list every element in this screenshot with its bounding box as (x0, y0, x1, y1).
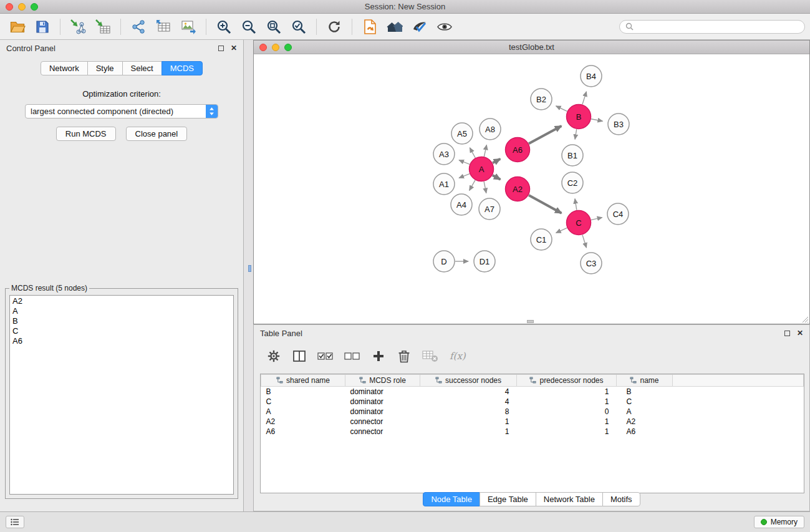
edge-A-A3[interactable] (459, 160, 470, 165)
column-header-shared-name[interactable]: shared name (261, 375, 345, 387)
edge-C-C2[interactable] (575, 199, 577, 210)
cell-successor-nodes[interactable]: 4 (420, 397, 517, 407)
edge-A-A1[interactable] (459, 174, 470, 178)
tab-style[interactable]: Style (87, 61, 123, 75)
node-A[interactable]: A (470, 157, 494, 181)
column-selector-button[interactable] (292, 347, 307, 365)
node-A8[interactable]: A8 (480, 118, 501, 140)
tab-motifs[interactable]: Motifs (602, 492, 640, 506)
deselect-all-button[interactable] (344, 347, 360, 365)
function-builder-button[interactable]: f(x) (449, 347, 470, 365)
cell-shared-name[interactable]: B (261, 387, 345, 397)
node-B3[interactable]: B3 (608, 114, 629, 135)
refresh-button[interactable] (322, 16, 347, 37)
add-row-button[interactable] (371, 347, 386, 365)
node-A5[interactable]: A5 (451, 123, 473, 144)
node-A3[interactable]: A3 (433, 143, 455, 165)
home-button[interactable] (382, 16, 407, 37)
select-all-button[interactable] (317, 347, 334, 365)
cell-name[interactable]: A2 (617, 417, 673, 427)
node-B[interactable]: B (567, 105, 591, 129)
close-panel-icon[interactable]: ✕ (231, 44, 237, 52)
table-row[interactable]: A2connector11A2 (261, 417, 804, 427)
table-row[interactable]: A6connector11A6 (261, 427, 804, 437)
edge-C-C1[interactable] (556, 228, 567, 233)
settings-gear-button[interactable] (266, 347, 281, 365)
save-session-button[interactable] (30, 16, 55, 37)
node-C1[interactable]: C1 (531, 229, 552, 250)
zoom-network-window-button[interactable] (284, 44, 292, 51)
show-panel-menu-button[interactable] (6, 516, 24, 528)
node-A1[interactable]: A1 (433, 173, 455, 195)
edge-B-B1[interactable] (575, 129, 577, 139)
edge-A-A2[interactable] (493, 175, 501, 180)
close-table-panel-icon[interactable]: ✕ (797, 329, 803, 337)
edge-B-B4[interactable] (582, 92, 586, 105)
node-B1[interactable]: B1 (562, 145, 583, 166)
float-panel-icon[interactable] (218, 46, 224, 51)
cell-predecessor-nodes[interactable]: 1 (517, 417, 617, 427)
tab-mcds[interactable]: MCDS (162, 61, 203, 75)
horizontal-splitter-handle[interactable] (527, 320, 534, 323)
edge-A-A6[interactable] (493, 159, 500, 163)
zoom-fit-button[interactable] (261, 16, 286, 37)
edge-A6-B[interactable] (529, 126, 561, 143)
column-header-successor-nodes[interactable]: successor nodes (420, 375, 517, 387)
cell-shared-name[interactable]: A (261, 407, 345, 417)
network-canvas[interactable]: B4B2BB3A5A8A6B1A3AA1C2A2A4A7C4CC1C3DD1 (254, 55, 809, 324)
node-D[interactable]: D (433, 251, 455, 272)
search-field[interactable] (619, 20, 805, 34)
cell-successor-nodes[interactable]: 1 (420, 427, 517, 437)
validate-button[interactable] (407, 16, 432, 37)
tab-edge-table[interactable]: Edge Table (480, 492, 536, 506)
cell-successor-nodes[interactable]: 1 (420, 417, 517, 427)
node-C2[interactable]: C2 (562, 172, 583, 193)
cell-shared-name[interactable]: A2 (261, 417, 345, 427)
node-A7[interactable]: A7 (479, 198, 500, 220)
memory-button[interactable]: Memory (754, 516, 804, 528)
edge-A-A4[interactable] (470, 180, 475, 190)
run-mcds-button[interactable]: Run MCDS (56, 127, 116, 141)
delete-table-button[interactable] (422, 347, 438, 365)
node-C3[interactable]: C3 (581, 253, 602, 274)
node-C4[interactable]: C4 (607, 203, 629, 225)
zoom-window-button[interactable] (31, 3, 38, 11)
cell-predecessor-nodes[interactable]: 0 (517, 407, 617, 417)
cell-mcds-role[interactable]: connector (345, 417, 420, 427)
cell-name[interactable]: A6 (617, 427, 673, 437)
network-graph[interactable]: B4B2BB3A5A8A6B1A3AA1C2A2A4A7C4CC1C3DD1 (254, 55, 809, 324)
tab-network[interactable]: Network (41, 61, 88, 75)
edge-B-B3[interactable] (591, 119, 602, 121)
cell-successor-nodes[interactable]: 4 (420, 387, 517, 397)
cell-predecessor-nodes[interactable]: 1 (517, 427, 617, 437)
import-network-button[interactable] (65, 16, 90, 37)
cell-shared-name[interactable]: A6 (261, 427, 345, 437)
resize-grip-icon[interactable] (801, 316, 809, 323)
table-row[interactable]: Cdominator41C (261, 397, 804, 407)
column-header-predecessor-nodes[interactable]: predecessor nodes (517, 375, 617, 387)
edge-A2-C[interactable] (529, 195, 561, 213)
close-window-button[interactable] (6, 3, 13, 11)
mcds-result-item[interactable]: B (12, 316, 231, 326)
edge-A-A8[interactable] (484, 145, 486, 157)
mcds-result-list[interactable]: A2ABCA6 (9, 295, 234, 495)
node-A2[interactable]: A2 (506, 177, 530, 201)
column-header-mcds-role[interactable]: MCDS role (345, 375, 420, 387)
import-table-button[interactable] (90, 16, 115, 37)
mcds-result-item[interactable]: C (12, 326, 231, 336)
tab-select[interactable]: Select (122, 61, 162, 75)
export-image-button[interactable] (176, 16, 201, 37)
cell-predecessor-nodes[interactable]: 1 (517, 387, 617, 397)
cell-name[interactable]: C (617, 397, 673, 407)
criterion-dropdown[interactable]: largest connected component (directed) (25, 104, 218, 118)
edge-A-A5[interactable] (470, 148, 475, 158)
open-session-button[interactable] (5, 16, 30, 37)
table-row[interactable]: Adominator80A (261, 407, 804, 417)
node-D1[interactable]: D1 (474, 251, 495, 272)
close-mcds-panel-button[interactable]: Close panel (126, 127, 188, 141)
cell-shared-name[interactable]: C (261, 397, 345, 407)
new-table-button[interactable] (151, 16, 176, 37)
search-input[interactable] (637, 22, 799, 31)
column-header-name[interactable]: name (617, 375, 673, 387)
delete-row-button[interactable] (397, 347, 412, 365)
